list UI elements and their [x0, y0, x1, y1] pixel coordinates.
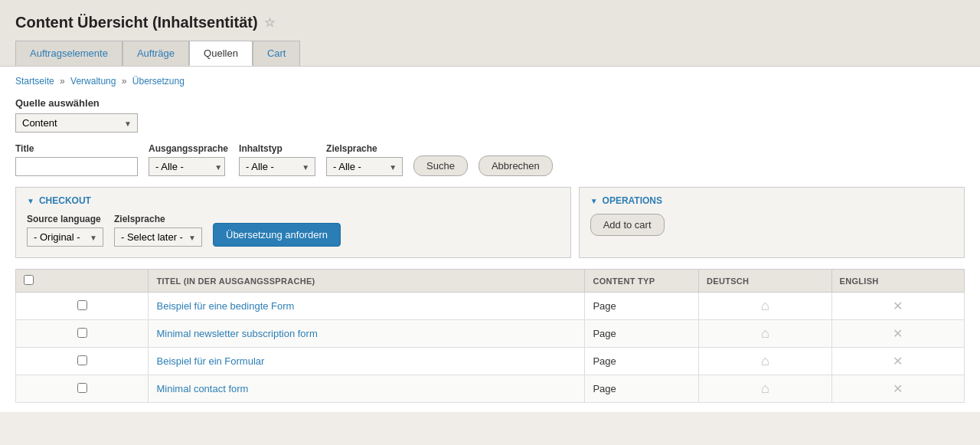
- request-translation-button[interactable]: Übersetzung anfordern: [213, 223, 341, 247]
- th-english: ENGLISH: [831, 270, 964, 293]
- row-title-cell: Beispiel für eine bedingte Form: [149, 293, 585, 320]
- title-field-group: Title: [15, 143, 138, 176]
- x-icon: ✕: [893, 299, 903, 312]
- page-title: Content Übersicht (Inhaltsentität) ☆: [15, 14, 965, 31]
- inhaltstyp-select-wrapper: - Alle - ▼: [239, 157, 315, 176]
- checkout-zielsprache-select-wrapper: - Select later - ▼: [114, 227, 202, 247]
- source-select[interactable]: Content Node Media: [15, 113, 138, 133]
- home-icon: ⌂: [761, 353, 769, 368]
- row-checkbox-cell: [16, 320, 149, 348]
- row-title-link[interactable]: Beispiel für eine bedingte Form: [156, 300, 294, 312]
- zielsprache-field-group: Zielsprache - Alle - ▼: [326, 143, 403, 176]
- row-title-cell: Minimal contact form: [149, 375, 585, 403]
- row-title-cell: Beispiel für ein Formular: [149, 348, 585, 375]
- breadcrumb-startseite[interactable]: Startseite: [15, 76, 54, 87]
- home-icon: ⌂: [761, 326, 769, 341]
- zielsprache-select[interactable]: - Alle -: [326, 157, 403, 176]
- row-deutsch-cell: ⌂: [699, 375, 831, 403]
- source-language-select[interactable]: - Original -: [27, 227, 103, 247]
- breadcrumb: Startseite » Verwaltung » Übersetzung: [15, 76, 965, 87]
- table-row: Minimal newsletter subscription formPage…: [16, 320, 965, 348]
- panels-row: ▼ CHECKOUT Source language - Original - …: [15, 187, 965, 258]
- th-checkbox: [16, 270, 149, 293]
- x-icon: ✕: [893, 327, 903, 340]
- checkout-zielsprache-label: Zielsprache: [114, 214, 202, 224]
- row-checkbox[interactable]: [77, 355, 87, 365]
- inhaltstyp-select[interactable]: - Alle -: [239, 157, 315, 176]
- tab-auftraege[interactable]: Aufträge: [122, 41, 189, 66]
- source-language-field-group: Source language - Original - ▼: [27, 214, 103, 247]
- search-row: Title Ausgangssprache - Alle - ▼ Inhalts…: [15, 143, 965, 176]
- source-language-select-wrapper: - Original - ▼: [27, 227, 103, 247]
- table-row: Minimal contact formPage⌂✕: [16, 375, 965, 403]
- ausgangssprache-field-group: Ausgangssprache - Alle - ▼: [149, 143, 228, 176]
- operations-title-text: OPERATIONS: [603, 195, 662, 206]
- table-row: Beispiel für ein FormularPage⌂✕: [16, 348, 965, 375]
- row-deutsch-cell: ⌂: [699, 320, 831, 348]
- row-english-cell: ✕: [831, 348, 964, 375]
- row-deutsch-cell: ⌂: [699, 348, 831, 375]
- row-checkbox-cell: [16, 293, 149, 320]
- home-icon: ⌂: [761, 298, 769, 313]
- checkout-title-text: CHECKOUT: [39, 195, 91, 206]
- cancel-button[interactable]: Abbrechen: [479, 155, 553, 176]
- page-title-text: Content Übersicht (Inhaltsentität): [15, 14, 258, 31]
- table-row: Beispiel für eine bedingte FormPage⌂✕: [16, 293, 965, 320]
- source-language-label: Source language: [27, 214, 103, 224]
- search-button[interactable]: Suche: [413, 155, 468, 176]
- row-deutsch-cell: ⌂: [699, 293, 831, 320]
- ausgangssprache-select[interactable]: - Alle -: [149, 157, 225, 176]
- row-english-cell: ✕: [831, 320, 964, 348]
- zielsprache-select-wrapper: - Alle - ▼: [326, 157, 403, 176]
- favorite-star-icon[interactable]: ☆: [264, 15, 275, 30]
- breadcrumb-sep-2: »: [122, 76, 127, 87]
- inhaltstyp-label: Inhaltstyp: [239, 143, 315, 154]
- row-content-type: Page: [585, 320, 699, 348]
- tab-quellen[interactable]: Quellen: [189, 41, 253, 66]
- content-table: TITEL (IN DER AUSGANGSSPRACHE) CONTENT T…: [15, 269, 965, 403]
- th-content-typ: CONTENT TYP: [585, 270, 699, 293]
- tab-cart[interactable]: Cart: [253, 41, 301, 66]
- checkout-arrow-icon: ▼: [27, 197, 34, 205]
- inhaltstyp-field-group: Inhaltstyp - Alle - ▼: [239, 143, 315, 176]
- tab-auftragselemente[interactable]: Auftragselemente: [15, 41, 122, 66]
- row-title-link[interactable]: Beispiel für ein Formular: [156, 355, 264, 367]
- title-input[interactable]: [15, 157, 138, 176]
- select-all-checkbox[interactable]: [24, 275, 34, 285]
- breadcrumb-verwaltung[interactable]: Verwaltung: [70, 76, 116, 87]
- row-checkbox[interactable]: [77, 300, 87, 310]
- checkout-zielsprache-select[interactable]: - Select later -: [114, 227, 202, 247]
- breadcrumb-sep-1: »: [60, 76, 65, 87]
- operations-arrow-icon: ▼: [590, 197, 598, 205]
- row-content-type: Page: [585, 348, 699, 375]
- operations-panel-title: ▼ OPERATIONS: [590, 195, 953, 206]
- checkout-fields: Source language - Original - ▼ Zielsprac…: [27, 214, 560, 247]
- row-checkbox-cell: [16, 348, 149, 375]
- checkout-panel-title: ▼ CHECKOUT: [27, 195, 560, 206]
- tab-bar: Auftragselemente Aufträge Quellen Cart: [15, 41, 965, 66]
- row-checkbox[interactable]: [77, 383, 87, 393]
- ausgangssprache-select-wrapper: - Alle - ▼: [149, 157, 228, 176]
- row-title-link[interactable]: Minimal newsletter subscription form: [156, 328, 317, 339]
- breadcrumb-uebersetzung[interactable]: Übersetzung: [132, 76, 185, 87]
- th-title: TITEL (IN DER AUSGANGSSPRACHE): [149, 270, 585, 293]
- add-to-cart-button[interactable]: Add to cart: [590, 214, 665, 236]
- x-icon: ✕: [893, 382, 903, 395]
- row-checkbox-cell: [16, 375, 149, 403]
- row-title-link[interactable]: Minimal contact form: [156, 383, 248, 394]
- zielsprache-label: Zielsprache: [326, 143, 403, 154]
- row-english-cell: ✕: [831, 375, 964, 403]
- checkout-panel: ▼ CHECKOUT Source language - Original - …: [15, 187, 571, 258]
- operations-panel: ▼ OPERATIONS Add to cart: [579, 187, 965, 258]
- home-icon: ⌂: [761, 381, 769, 396]
- row-checkbox[interactable]: [77, 328, 87, 338]
- ausgangssprache-label: Ausgangssprache: [149, 143, 228, 154]
- title-label: Title: [15, 143, 138, 154]
- row-content-type: Page: [585, 375, 699, 403]
- th-deutsch: DEUTSCH: [699, 270, 831, 293]
- source-filter: Quelle auswählen Content Node Media ▼: [15, 97, 965, 133]
- row-english-cell: ✕: [831, 293, 964, 320]
- row-title-cell: Minimal newsletter subscription form: [149, 320, 585, 348]
- source-filter-label: Quelle auswählen: [15, 97, 965, 109]
- checkout-zielsprache-field-group: Zielsprache - Select later - ▼: [114, 214, 202, 247]
